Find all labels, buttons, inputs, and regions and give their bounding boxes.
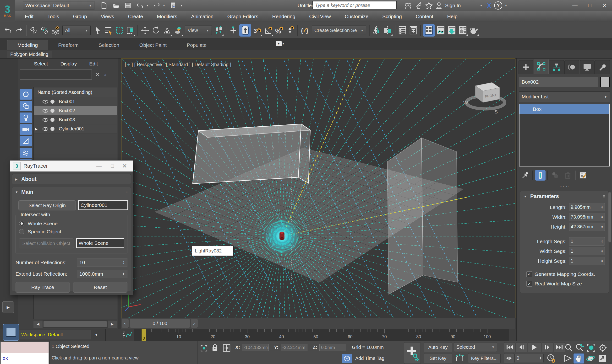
communication-center-icon[interactable] xyxy=(415,2,422,9)
search-input[interactable] xyxy=(313,1,397,9)
redo-dropdown-icon[interactable]: ▾ xyxy=(163,4,167,7)
dialog-maximize-icon[interactable]: □ xyxy=(106,163,119,169)
perspective-viewport[interactable]: FRONT W S [ + ] [ Perspective ] [ Standa… xyxy=(121,59,516,318)
rectangular-selection-region-icon[interactable] xyxy=(114,24,125,37)
undo-scene-icon[interactable] xyxy=(2,24,14,37)
dialog-close-icon[interactable]: ✕ xyxy=(119,162,130,170)
zoom-icon[interactable] xyxy=(564,343,573,352)
display-helpers-icon[interactable] xyxy=(20,136,32,146)
select-collision-object-button-disabled[interactable]: Select Collision Object xyxy=(19,238,74,248)
ray-trace-button[interactable]: Ray Trace xyxy=(15,282,70,293)
viewport-layout-tab-icon[interactable] xyxy=(3,324,19,341)
ribbon-tab[interactable]: Modeling xyxy=(7,40,48,50)
minimize-button[interactable]: — xyxy=(568,0,582,11)
menu-item[interactable]: Tools xyxy=(41,11,66,22)
redo-icon[interactable] xyxy=(151,1,162,10)
sign-in-button[interactable]: Sign In xyxy=(445,3,461,8)
spinner-arrows-icon[interactable]: ▲▼ xyxy=(601,259,603,263)
spinner-arrows-icon[interactable]: ▲▼ xyxy=(123,261,125,264)
modifier-list-dropdown[interactable]: Modifier List ▼ xyxy=(519,91,610,102)
tab-create[interactable] xyxy=(518,60,533,74)
parameters-rollout-header[interactable]: ▼ Parameters ⠿ xyxy=(520,191,609,202)
spinner-arrows-icon[interactable]: ▲▼ xyxy=(601,215,603,219)
spinner-arrows-icon[interactable]: ▲▼ xyxy=(123,272,125,276)
menu-item[interactable]: Modifiers xyxy=(150,11,184,22)
clear-search-icon[interactable]: ✕ xyxy=(95,71,100,78)
select-and-rotate-icon[interactable] xyxy=(151,24,162,37)
favorites-star-icon[interactable] xyxy=(425,2,433,9)
go-to-end-button[interactable] xyxy=(554,342,565,352)
checkbox-checked-icon[interactable]: ✓ xyxy=(526,281,532,287)
field-of-view-icon[interactable] xyxy=(563,354,572,363)
spinner-arrows-icon[interactable]: ▲▼ xyxy=(601,225,603,229)
menu-item[interactable]: Civil View xyxy=(302,11,338,22)
key-mode-toggle-icon[interactable] xyxy=(454,354,465,363)
key-step-arrows-icon[interactable] xyxy=(504,353,514,363)
menu-item[interactable]: Animation xyxy=(184,11,220,22)
explorer-menu-item[interactable]: Edit xyxy=(83,61,104,67)
menu-item[interactable]: Edit xyxy=(18,11,41,22)
tab-display[interactable] xyxy=(580,60,595,74)
sign-in-dropdown-icon[interactable]: ▾ xyxy=(480,4,484,7)
object-color-swatch[interactable] xyxy=(600,77,610,87)
go-to-start-button[interactable] xyxy=(504,342,516,352)
spinner-arrows-icon[interactable]: ▲▼ xyxy=(601,250,603,253)
listener-macro-line[interactable] xyxy=(1,342,49,353)
project-folder-icon[interactable] xyxy=(168,1,178,10)
tab-motion[interactable] xyxy=(564,60,579,74)
toggle-layer-explorer-icon[interactable] xyxy=(408,24,419,37)
material-editor-icon[interactable] xyxy=(457,24,468,37)
listener-output-line[interactable]: OK xyxy=(1,353,49,364)
spinner-arrows-icon[interactable]: ▲▼ xyxy=(601,240,603,243)
next-frame-arrow[interactable]: > xyxy=(191,319,198,328)
search-go-icon[interactable] xyxy=(404,2,412,9)
parameter-checkbox-row[interactable]: ✓ Generate Mapping Coords. xyxy=(526,271,609,277)
main-rollout-header[interactable]: ▼ Main ⠿ xyxy=(12,187,131,195)
display-shapes-icon[interactable] xyxy=(20,101,32,111)
unlink-selection-icon[interactable] xyxy=(39,24,50,37)
frozen-dot-icon[interactable] xyxy=(50,100,54,104)
toggle-ribbon-icon[interactable] xyxy=(423,24,435,37)
parameter-spinner[interactable]: 1 ▲▼ xyxy=(569,237,605,246)
modifier-stack-item[interactable]: Box xyxy=(519,104,609,114)
reference-coordinate-dropdown[interactable]: View ▼ xyxy=(185,26,212,35)
y-coordinate-field[interactable]: -22.214mm xyxy=(281,344,307,351)
panel-scrollbar[interactable] xyxy=(608,192,611,242)
parameter-checkbox-row[interactable]: ✓ Real-World Map Size xyxy=(526,281,609,287)
selection-lock-region-icon[interactable] xyxy=(200,345,207,352)
scrollbar-thumb[interactable] xyxy=(43,321,107,327)
explorer-horizontal-scrollbar[interactable]: ◀ ▶ xyxy=(33,320,117,328)
parameter-spinner[interactable]: 73.098mm ▲▼ xyxy=(569,213,605,221)
select-and-place-icon[interactable] xyxy=(173,24,184,37)
window-crossing-toggle-icon[interactable] xyxy=(125,24,136,37)
spinner-arrows-icon[interactable]: ▲▼ xyxy=(601,206,603,209)
zoom-all-icon[interactable] xyxy=(575,343,584,352)
frozen-dot-icon[interactable] xyxy=(50,127,54,131)
frozen-dot-icon[interactable] xyxy=(50,109,54,113)
toggle-scene-explorer-icon[interactable] xyxy=(397,24,408,37)
raytracer-title-bar[interactable]: 3 RayTracer — □ ✕ xyxy=(10,160,133,171)
keyboard-shortcut-override-toggle[interactable] xyxy=(239,24,251,37)
close-button[interactable]: ✕ xyxy=(597,0,612,11)
key-filters-button[interactable]: Key Filters... xyxy=(468,353,501,363)
menu-item[interactable]: Scripting xyxy=(375,11,409,22)
angle-snap-toggle-icon[interactable] xyxy=(263,24,274,37)
display-cameras-icon[interactable] xyxy=(20,124,32,135)
pan-view-icon[interactable] xyxy=(573,353,584,364)
set-keys-button[interactable] xyxy=(404,342,421,364)
show-end-result-icon[interactable] xyxy=(535,170,545,181)
tab-utilities[interactable] xyxy=(595,60,610,74)
set-key-button[interactable]: Set Key xyxy=(424,353,452,363)
use-pivot-point-center-icon[interactable] xyxy=(213,24,224,37)
time-configuration-icon[interactable] xyxy=(546,354,556,363)
render-setup-icon[interactable] xyxy=(468,24,479,37)
column-header[interactable]: Name (Sorted Ascending) xyxy=(34,87,117,97)
select-and-link-icon[interactable] xyxy=(28,24,39,37)
menu-item[interactable]: Group xyxy=(66,11,94,22)
zoom-extents-all-icon[interactable] xyxy=(598,343,607,352)
next-frame-button[interactable] xyxy=(542,342,553,352)
ribbon-tab[interactable]: Populate xyxy=(177,40,217,50)
current-frame-field[interactable]: 0 ▲▼ xyxy=(515,353,544,363)
reflections-spinner[interactable]: 10 ▲▼ xyxy=(77,258,127,267)
project-dropdown-icon[interactable]: ▼ xyxy=(180,4,183,7)
